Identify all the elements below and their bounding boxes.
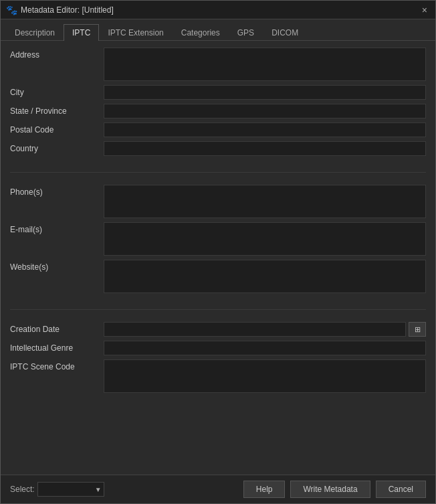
city-input[interactable]	[104, 85, 426, 100]
websites-input[interactable]	[104, 260, 426, 293]
select-label: Select:	[10, 485, 35, 494]
city-row: City	[10, 85, 426, 100]
postal-code-row: Postal Code	[10, 122, 426, 137]
calendar-icon: ⊞	[415, 325, 421, 334]
intellectual-genre-input[interactable]	[104, 341, 426, 355]
iptc-scene-code-label: IPTC Scene Code	[10, 359, 104, 371]
tab-iptc-extension[interactable]: IPTC Extension	[99, 24, 172, 41]
tab-dicom[interactable]: DICOM	[263, 24, 307, 41]
country-label: Country	[10, 141, 104, 153]
content-area: Address City State / Province Postal Cod…	[1, 41, 435, 503]
emails-input[interactable]	[104, 222, 426, 256]
country-row: Country	[10, 141, 426, 156]
address-input[interactable]	[104, 48, 426, 81]
tab-bar: Description IPTC IPTC Extension Categori…	[1, 19, 435, 41]
phones-input[interactable]	[104, 185, 426, 218]
tab-description[interactable]: Description	[6, 24, 64, 41]
help-button[interactable]: Help	[243, 481, 286, 498]
action-buttons: Help Write Metadata Cancel	[243, 481, 426, 498]
scroll-area[interactable]: Address City State / Province Postal Cod…	[1, 41, 435, 475]
postal-code-input[interactable]	[104, 122, 426, 137]
creation-date-row: Creation Date ⊞	[10, 322, 426, 337]
tab-gps[interactable]: GPS	[229, 24, 263, 41]
websites-row: Website(s)	[10, 260, 426, 293]
iptc-scene-code-row: IPTC Scene Code	[10, 359, 426, 393]
address-label: Address	[10, 48, 104, 60]
postal-code-label: Postal Code	[10, 122, 104, 135]
cancel-button[interactable]: Cancel	[376, 481, 426, 498]
state-row: State / Province	[10, 104, 426, 118]
phones-row: Phone(s)	[10, 185, 426, 218]
calendar-button[interactable]: ⊞	[409, 322, 426, 337]
divider-1	[10, 172, 426, 173]
tab-iptc[interactable]: IPTC	[64, 24, 99, 41]
creation-date-label: Creation Date	[10, 322, 104, 334]
select-container: ▼	[37, 482, 104, 497]
tab-categories[interactable]: Categories	[173, 24, 229, 41]
bottom-bar: Select: ▼ Help Write Metadata Cancel	[1, 475, 435, 503]
websites-label: Website(s)	[10, 260, 104, 272]
write-metadata-button[interactable]: Write Metadata	[290, 481, 370, 498]
intellectual-genre-label: Intellectual Genre	[10, 341, 104, 353]
app-icon: 🐾	[6, 5, 17, 15]
creation-date-input-area: ⊞	[104, 322, 426, 337]
city-label: City	[10, 85, 104, 97]
country-input[interactable]	[104, 141, 426, 156]
emails-label: E-mail(s)	[10, 222, 104, 234]
close-button[interactable]: ×	[419, 4, 430, 16]
phones-label: Phone(s)	[10, 185, 104, 197]
titlebar-left: 🐾 Metadata Editor: [Untitled]	[6, 5, 114, 15]
titlebar: 🐾 Metadata Editor: [Untitled] ×	[1, 1, 435, 19]
intellectual-genre-row: Intellectual Genre	[10, 341, 426, 355]
window-title: Metadata Editor: [Untitled]	[21, 5, 114, 15]
address-row: Address	[10, 48, 426, 81]
emails-row: E-mail(s)	[10, 222, 426, 256]
divider-2	[10, 309, 426, 310]
main-window: 🐾 Metadata Editor: [Untitled] × Descript…	[0, 0, 436, 504]
select-dropdown[interactable]	[37, 482, 104, 497]
state-label: State / Province	[10, 104, 104, 116]
creation-date-input[interactable]	[104, 322, 406, 337]
iptc-scene-code-input[interactable]	[104, 359, 426, 393]
select-wrapper: Select: ▼	[10, 482, 104, 497]
state-input[interactable]	[104, 104, 426, 118]
